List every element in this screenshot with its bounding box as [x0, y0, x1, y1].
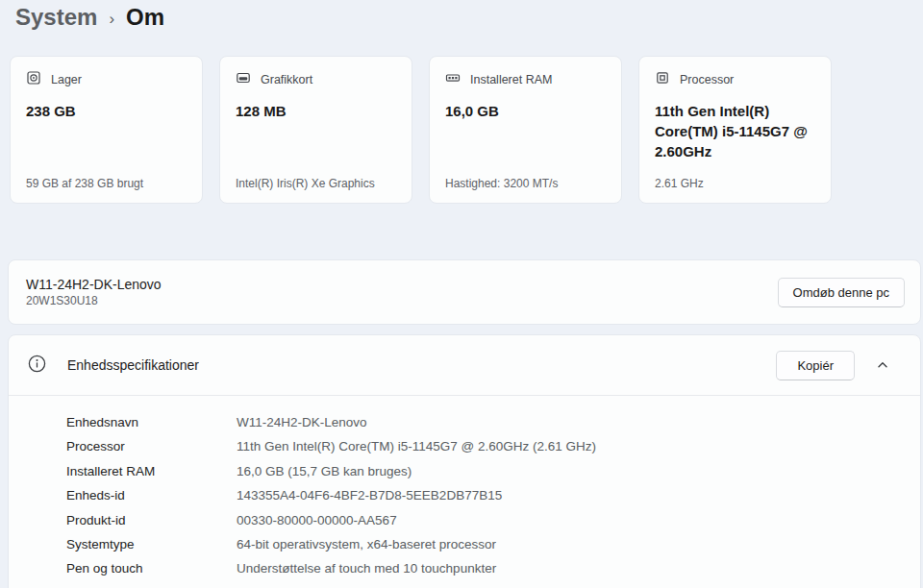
- cpu-icon: [655, 70, 670, 88]
- ram-card-label: Installeret RAM: [470, 73, 552, 86]
- spec-row-device-name: Enhedsnavn W11-24H2-DK-Lenovo: [66, 410, 920, 434]
- spec-value: W11-24H2-DK-Lenovo: [237, 410, 367, 434]
- spec-row-device-id: Enheds-id 143355A4-04F6-4BF2-B7D8-5EEB2D…: [66, 483, 920, 507]
- breadcrumb: System › Om: [15, 4, 164, 31]
- summary-cards: Lager 238 GB 59 GB af 238 GB brugt Grafi…: [10, 56, 832, 204]
- graphics-card-value: 128 MB: [236, 101, 396, 121]
- spec-value: 16,0 GB (15,7 GB kan bruges): [237, 459, 412, 483]
- spec-value: 143355A4-04F6-4BF2-B7D8-5EEB2DB77B15: [237, 483, 502, 507]
- processor-card: Processor 11th Gen Intel(R) Core(TM) i5-…: [638, 56, 832, 204]
- breadcrumb-system[interactable]: System: [15, 4, 97, 31]
- ram-card-value: 16,0 GB: [445, 101, 606, 121]
- graphics-card: Grafikkort 128 MB Intel(R) Iris(R) Xe Gr…: [219, 56, 412, 204]
- storage-card-label: Lager: [51, 73, 82, 86]
- spec-value: 00330-80000-00000-AA567: [237, 508, 397, 532]
- spec-label: Processor: [66, 434, 237, 458]
- device-name-card: W11-24H2-DK-Lenovo 20W1S30U18 Omdøb denn…: [8, 259, 921, 325]
- processor-card-caption: 2.61 GHz: [655, 177, 815, 190]
- chevron-right-icon: ›: [109, 7, 114, 29]
- spec-row-installed-ram: Installeret RAM 16,0 GB (15,7 GB kan bru…: [66, 459, 920, 483]
- processor-card-value: 11th Gen Intel(R) Core(TM) i5-1145G7 @ 2…: [655, 101, 815, 161]
- system-about-page: System › Om Lager 238 GB 59 GB af 238 GB…: [0, 0, 923, 588]
- spec-row-system-type: Systemtype 64-bit operativsystem, x64-ba…: [66, 532, 920, 556]
- spec-value: 64-bit operativsystem, x64-baseret proce…: [237, 532, 496, 556]
- spec-label: Systemtype: [66, 532, 237, 556]
- spec-value: Understøttelse af touch med 10 touchpunk…: [237, 556, 496, 580]
- storage-card: Lager 238 GB 59 GB af 238 GB brugt: [10, 56, 203, 204]
- spec-label: Pen og touch: [66, 556, 237, 580]
- spec-row-processor: Processor 11th Gen Intel(R) Core(TM) i5-…: [66, 434, 920, 458]
- graphics-card-caption: Intel(R) Iris(R) Xe Graphics: [236, 177, 396, 190]
- spec-row-product-id: Produkt-id 00330-80000-00000-AA567: [66, 508, 920, 532]
- graphics-card-label: Grafikkort: [261, 73, 312, 86]
- device-model: 20W1S30U18: [26, 294, 162, 307]
- spec-row-pen-touch: Pen og touch Understøttelse af touch med…: [66, 556, 920, 580]
- device-specifications-title: Enhedsspecifikationer: [67, 357, 199, 373]
- info-icon: [28, 355, 46, 377]
- device-name: W11-24H2-DK-Lenovo: [26, 277, 162, 292]
- rename-pc-button[interactable]: Omdøb denne pc: [778, 278, 905, 307]
- gpu-icon: [236, 70, 251, 88]
- spec-label: Enheds-id: [66, 483, 237, 507]
- spec-value: 11th Gen Intel(R) Core(TM) i5-1145G7 @ 2…: [237, 434, 596, 458]
- copy-button[interactable]: Kopiér: [776, 351, 855, 380]
- chevron-up-icon[interactable]: [870, 353, 895, 378]
- spec-label: Produkt-id: [66, 508, 237, 532]
- spec-label: Enhedsnavn: [66, 410, 237, 434]
- storage-card-caption: 59 GB af 238 GB brugt: [26, 177, 187, 190]
- device-specifications-header[interactable]: Enhedsspecifikationer Kopiér: [9, 335, 920, 395]
- storage-icon: [26, 70, 41, 88]
- processor-card-label: Processor: [680, 73, 734, 86]
- ram-card-caption: Hastighed: 3200 MT/s: [445, 177, 606, 190]
- spec-label: Installeret RAM: [66, 459, 237, 483]
- ram-icon: [445, 70, 461, 88]
- page-title: Om: [126, 4, 164, 31]
- device-specifications-card: Enhedsspecifikationer Kopiér Enhedsnavn …: [8, 334, 921, 588]
- ram-card: Installeret RAM 16,0 GB Hastighed: 3200 …: [429, 56, 622, 204]
- device-specifications-list: Enhedsnavn W11-24H2-DK-Lenovo Processor …: [9, 396, 920, 581]
- storage-card-value: 238 GB: [26, 101, 187, 121]
